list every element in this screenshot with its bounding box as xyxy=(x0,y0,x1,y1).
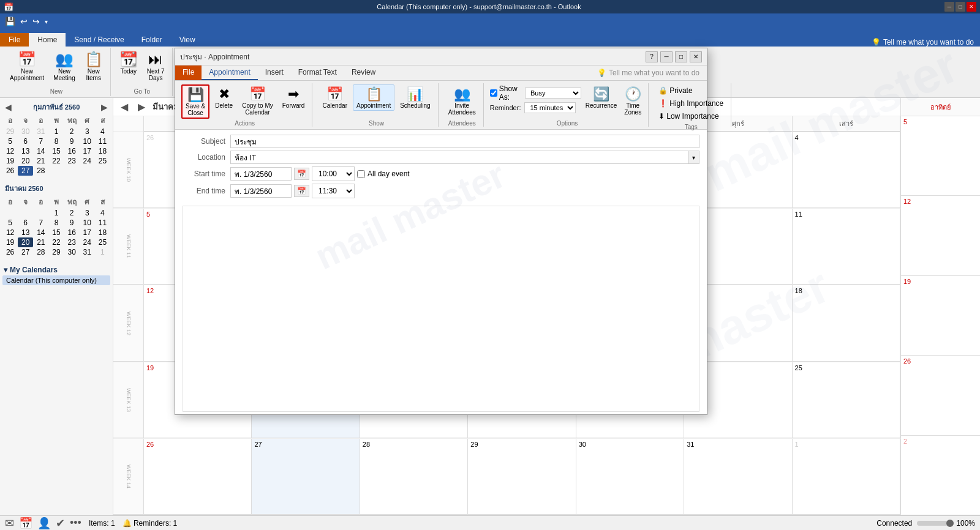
mini-cal-day[interactable]: 8 xyxy=(48,136,64,146)
mini-cal-day[interactable]: 19 xyxy=(2,237,18,247)
mini-cal-day[interactable]: 27 xyxy=(18,166,33,176)
mini-cal-day[interactable]: 12 xyxy=(2,228,18,237)
calendar-nav-icon[interactable]: 📅 xyxy=(19,517,32,530)
next7days-button[interactable]: ⏭ Next 7Days xyxy=(143,49,168,83)
mini-cal-day[interactable] xyxy=(18,208,33,218)
my-calendars-section[interactable]: ▾ My Calendars xyxy=(2,263,110,275)
mini-cal-day[interactable]: 31 xyxy=(33,127,48,136)
mini-cal-day[interactable]: 7 xyxy=(33,218,48,228)
mini-cal-day[interactable]: 21 xyxy=(33,237,48,247)
reminder-select[interactable]: 15 minutes None 5 minutes 30 minutes xyxy=(524,102,576,113)
cal-day-cell[interactable]: 18 xyxy=(793,285,900,361)
cal-nav-next[interactable]: ▶ xyxy=(101,102,108,112)
new-meeting-button[interactable]: 👥 NewMeeting xyxy=(50,49,79,83)
all-day-checkbox[interactable] xyxy=(357,170,365,178)
mini-cal-day[interactable]: 1 xyxy=(95,247,110,257)
mini-cal-feb-title[interactable]: กุมภาพันธ์ 2560 xyxy=(33,102,80,113)
mini-cal-day[interactable]: 10 xyxy=(80,136,95,146)
cal-day-cell[interactable]: 1 xyxy=(793,439,900,515)
right-col-cell[interactable]: 19 xyxy=(901,276,980,356)
cal-day-cell[interactable]: 31 xyxy=(684,439,792,515)
invite-attendees-button[interactable]: 👥 InviteAttendees xyxy=(445,84,480,118)
end-time-select[interactable]: 11:30 11:00 12:00 xyxy=(312,184,355,198)
cal-day-cell[interactable]: 27 xyxy=(252,439,360,515)
appointment-show-button[interactable]: 📋 Appointment xyxy=(353,84,394,111)
mini-cal-day[interactable]: 27 xyxy=(18,247,33,257)
cal-day-cell[interactable]: 25 xyxy=(793,362,900,438)
mini-cal-day[interactable]: 26 xyxy=(2,247,18,257)
dialog-tab-insert[interactable]: Insert xyxy=(258,65,291,80)
mini-cal-day[interactable] xyxy=(2,208,18,218)
copy-to-my-calendar-button[interactable]: 📅 Copy to MyCalendar xyxy=(238,84,277,118)
start-date-picker[interactable]: 📅 xyxy=(294,168,309,180)
start-time-select[interactable]: 10:00 09:00 10:30 11:00 xyxy=(312,166,355,181)
dialog-tab-appointment[interactable]: Appointment xyxy=(202,65,257,80)
contacts-nav-icon[interactable]: 👤 xyxy=(37,517,51,530)
dialog-restore-button[interactable]: □ xyxy=(675,51,687,62)
high-importance-button[interactable]: ❗ High Importance xyxy=(655,97,727,110)
mini-cal-day[interactable]: 4 xyxy=(95,127,110,136)
calendar-show-button[interactable]: 📅 Calendar xyxy=(318,84,351,111)
mini-cal-day[interactable]: 1 xyxy=(48,208,64,218)
mini-cal-day[interactable] xyxy=(95,166,110,176)
dialog-tell-me[interactable]: 💡 Tell me what you want to do xyxy=(590,65,707,80)
new-items-button[interactable]: 📋 NewItems xyxy=(81,49,107,83)
cal-day-cell[interactable]: 26 xyxy=(144,439,252,515)
cal-next-button[interactable]: ▶ xyxy=(135,101,148,113)
mini-cal-day[interactable]: 4 xyxy=(95,208,110,218)
qat-customize[interactable]: ▾ xyxy=(45,18,48,25)
mini-cal-day[interactable]: 16 xyxy=(64,146,80,156)
mini-cal-day[interactable] xyxy=(80,166,95,176)
dialog-help-button[interactable]: ? xyxy=(646,51,658,62)
mini-cal-day[interactable]: 1 xyxy=(48,127,64,136)
location-dropdown-button[interactable]: ▾ xyxy=(688,151,699,164)
subject-input[interactable] xyxy=(230,135,699,148)
mini-cal-day-today[interactable]: 20 xyxy=(18,237,33,247)
right-col-cell[interactable]: 2 xyxy=(901,436,980,515)
mini-cal-day[interactable]: 25 xyxy=(95,156,110,166)
mini-cal-day[interactable]: 22 xyxy=(48,156,64,166)
today-button[interactable]: 📆 Today xyxy=(116,49,141,77)
tab-send-receive[interactable]: Send / Receive xyxy=(66,33,132,47)
right-col-cell[interactable]: 12 xyxy=(901,196,980,275)
cal-day-cell[interactable]: 11 xyxy=(793,209,900,285)
mini-cal-day[interactable]: 13 xyxy=(18,228,33,237)
mini-cal-day[interactable]: 24 xyxy=(80,237,95,247)
mini-cal-day[interactable]: 23 xyxy=(64,237,80,247)
mini-cal-day[interactable]: 12 xyxy=(2,146,18,156)
forward-button[interactable]: ➡ Forward xyxy=(279,84,309,111)
right-col-cell[interactable]: 26 xyxy=(901,356,980,435)
scheduling-button[interactable]: 📊 Scheduling xyxy=(396,84,434,111)
dialog-tab-format-text[interactable]: Format Text xyxy=(291,65,344,80)
mini-cal-day[interactable]: 28 xyxy=(33,166,48,176)
dialog-tab-review[interactable]: Review xyxy=(344,65,383,80)
mini-cal-day[interactable]: 14 xyxy=(33,146,48,156)
recurrence-button[interactable]: 🔄 Recurrence xyxy=(583,84,619,111)
close-button[interactable]: ✕ xyxy=(967,2,976,12)
cal-nav-prev[interactable]: ◀ xyxy=(5,102,12,112)
mini-cal-day[interactable]: 13 xyxy=(18,146,33,156)
qat-redo[interactable]: ↪ xyxy=(32,17,40,26)
tab-view[interactable]: View xyxy=(171,33,204,47)
cal-day-cell[interactable]: 4 xyxy=(793,132,900,208)
mini-cal-day[interactable]: 30 xyxy=(18,127,33,136)
cal-day-cell[interactable]: 29 xyxy=(468,439,576,515)
mini-cal-day[interactable]: 29 xyxy=(2,127,18,136)
right-col-cell[interactable]: 5 xyxy=(901,116,980,196)
mini-cal-day[interactable]: 10 xyxy=(80,218,95,228)
time-zones-button[interactable]: 🕐 TimeZones xyxy=(621,84,644,118)
mini-cal-day[interactable]: 28 xyxy=(33,247,48,257)
delete-button[interactable]: ✖ Delete xyxy=(211,84,236,111)
mini-cal-day[interactable]: 11 xyxy=(95,218,110,228)
mini-cal-day[interactable]: 7 xyxy=(33,136,48,146)
save-close-button[interactable]: 💾 Save &Close xyxy=(181,84,209,119)
mini-cal-day[interactable]: 11 xyxy=(95,136,110,146)
mini-cal-day[interactable]: 6 xyxy=(18,136,33,146)
restore-button[interactable]: □ xyxy=(956,2,965,12)
mini-cal-day[interactable]: 3 xyxy=(80,208,95,218)
tab-home[interactable]: Home xyxy=(29,33,66,47)
mini-cal-day[interactable]: 23 xyxy=(64,156,80,166)
tasks-nav-icon[interactable]: ✔ xyxy=(56,517,65,530)
more-nav-icon[interactable]: ••• xyxy=(70,517,81,529)
mini-cal-day[interactable]: 22 xyxy=(48,237,64,247)
